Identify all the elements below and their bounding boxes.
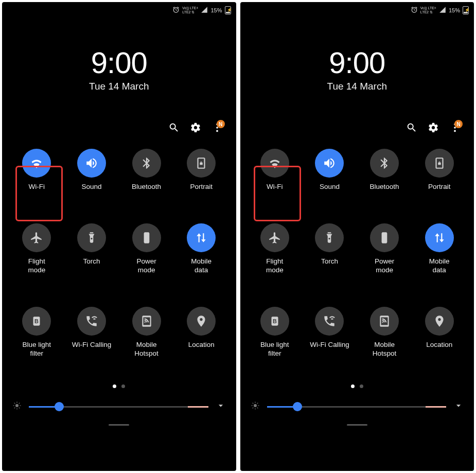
brightness-slider-row — [240, 400, 474, 413]
tile-label: Location — [188, 341, 215, 349]
settings-button[interactable] — [190, 122, 201, 135]
brightness-slider[interactable] — [29, 406, 208, 408]
settings-button[interactable] — [428, 122, 439, 135]
tile-wificalling[interactable]: Wi-Fi Calling — [302, 307, 357, 358]
wifi-calling-icon[interactable] — [77, 307, 106, 336]
page-indicator — [2, 384, 236, 388]
notification-badge: N — [454, 120, 463, 128]
pager-dot[interactable] — [360, 384, 363, 388]
wifi-icon[interactable] — [260, 149, 289, 178]
tile-power[interactable]: Power mode — [119, 223, 174, 275]
clock-area: 9:00 Tue 14 March — [240, 45, 474, 92]
tile-wifi[interactable]: Wi-Fi — [9, 149, 64, 191]
home-handle[interactable] — [347, 424, 367, 426]
tile-label: Bluetooth — [370, 183, 399, 191]
tile-torch[interactable]: Torch — [64, 223, 119, 275]
brightness-slider[interactable] — [267, 406, 447, 408]
tile-flight[interactable]: Flight mode — [248, 223, 303, 275]
tile-bluelight[interactable]: Blue light filter — [9, 307, 64, 358]
more-button[interactable]: N — [449, 122, 461, 135]
svg-point-16 — [454, 130, 456, 132]
bluetooth-icon[interactable] — [370, 149, 399, 178]
sound-icon[interactable] — [315, 149, 344, 178]
battery-mode-icon[interactable] — [132, 223, 161, 252]
tile-label: Bluetooth — [132, 183, 161, 191]
battery-mode-icon[interactable] — [370, 223, 399, 252]
tile-label: Location — [426, 341, 452, 349]
tile-wifi[interactable]: Wi-Fi — [248, 149, 303, 191]
phone-panel-left: Vo)) LTE+ LTE2 ⇅ 15% ⚡ 9:00 Tue 14 March… — [2, 2, 236, 471]
tile-hotspot[interactable]: Mobile Hotspot — [119, 307, 174, 358]
tile-mobiledata[interactable]: Mobile data — [174, 223, 229, 275]
status-bar: Vo)) LTE+ LTE2 ⇅ 15% ⚡ — [2, 2, 236, 16]
location-icon[interactable] — [425, 307, 454, 336]
svg-line-25 — [257, 403, 258, 404]
mobile-data-icon[interactable] — [425, 223, 454, 252]
wifi-calling-icon[interactable] — [315, 307, 344, 336]
location-icon[interactable] — [187, 307, 216, 336]
portrait-lock-icon[interactable] — [425, 149, 454, 178]
tile-label: Mobile Hotspot — [373, 341, 397, 358]
pager-dot[interactable] — [351, 384, 355, 388]
pager-dot[interactable] — [121, 384, 125, 388]
clock-time: 9:00 — [2, 45, 236, 80]
clock-time: 9:00 — [240, 45, 474, 80]
clock-date: Tue 14 March — [240, 81, 474, 92]
tile-label: Sound — [81, 183, 101, 191]
brightness-icon — [12, 401, 22, 412]
tile-mobiledata[interactable]: Mobile data — [412, 223, 467, 275]
tile-label: Mobile data — [429, 257, 450, 275]
tile-portrait[interactable]: Portrait — [174, 149, 229, 191]
search-button[interactable] — [168, 122, 180, 135]
signal-icon — [439, 6, 446, 14]
tile-label: Power mode — [136, 257, 156, 275]
svg-point-4 — [216, 130, 218, 132]
tile-wificalling[interactable]: Wi-Fi Calling — [64, 307, 119, 358]
tile-power[interactable]: Power mode — [357, 223, 412, 275]
svg-line-23 — [257, 408, 258, 409]
phone-panel-right: Vo)) LTE+ LTE2 ⇅ 15% ⚡ 9:00 Tue 14 March… — [240, 2, 474, 471]
more-button[interactable]: N — [211, 122, 223, 135]
clock-area: 9:00 Tue 14 March — [2, 45, 236, 92]
network-indicator: Vo)) LTE+ LTE2 ⇅ — [420, 6, 436, 14]
flashlight-icon[interactable] — [77, 223, 106, 252]
expand-brightness-button[interactable] — [453, 400, 464, 413]
battery-text: 15% — [449, 7, 460, 13]
tile-label: Sound — [320, 183, 340, 191]
tile-label: Power mode — [375, 257, 394, 275]
tile-sound[interactable]: Sound — [302, 149, 357, 191]
expand-brightness-button[interactable] — [216, 400, 226, 413]
network-indicator: Vo)) LTE+ LTE2 ⇅ — [182, 6, 198, 14]
bluelight-icon[interactable] — [260, 307, 289, 336]
tile-label: Mobile Hotspot — [134, 341, 158, 358]
tile-portrait[interactable]: Portrait — [412, 149, 467, 191]
battery-charging-icon: ⚡ — [225, 6, 231, 14]
tile-bluelight[interactable]: Blue light filter — [248, 307, 303, 358]
tile-hotspot[interactable]: Mobile Hotspot — [357, 307, 412, 358]
tile-location[interactable]: Location — [412, 307, 467, 358]
tile-sound[interactable]: Sound — [64, 149, 119, 191]
search-button[interactable] — [406, 122, 417, 135]
battery-charging-icon: ⚡ — [463, 6, 469, 14]
hotspot-icon[interactable] — [370, 307, 399, 336]
airplane-icon[interactable] — [22, 223, 51, 252]
flashlight-icon[interactable] — [315, 223, 344, 252]
tile-location[interactable]: Location — [174, 307, 229, 358]
pager-dot[interactable] — [113, 384, 116, 388]
tile-bluetooth[interactable]: Bluetooth — [357, 149, 412, 191]
sound-icon[interactable] — [77, 149, 106, 178]
home-handle[interactable] — [109, 424, 129, 426]
airplane-icon[interactable] — [260, 223, 289, 252]
tile-label: Blue light filter — [260, 341, 289, 358]
tile-torch[interactable]: Torch — [302, 223, 357, 275]
svg-line-22 — [252, 403, 253, 404]
tile-bluetooth[interactable]: Bluetooth — [119, 149, 174, 191]
mobile-data-icon[interactable] — [187, 223, 216, 252]
hotspot-icon[interactable] — [132, 307, 161, 336]
tile-flight[interactable]: Flight mode — [9, 223, 64, 275]
brightness-icon — [251, 401, 260, 412]
portrait-lock-icon[interactable] — [187, 149, 216, 178]
bluelight-icon[interactable] — [22, 307, 51, 336]
bluetooth-icon[interactable] — [132, 149, 161, 178]
wifi-icon[interactable] — [22, 149, 51, 178]
